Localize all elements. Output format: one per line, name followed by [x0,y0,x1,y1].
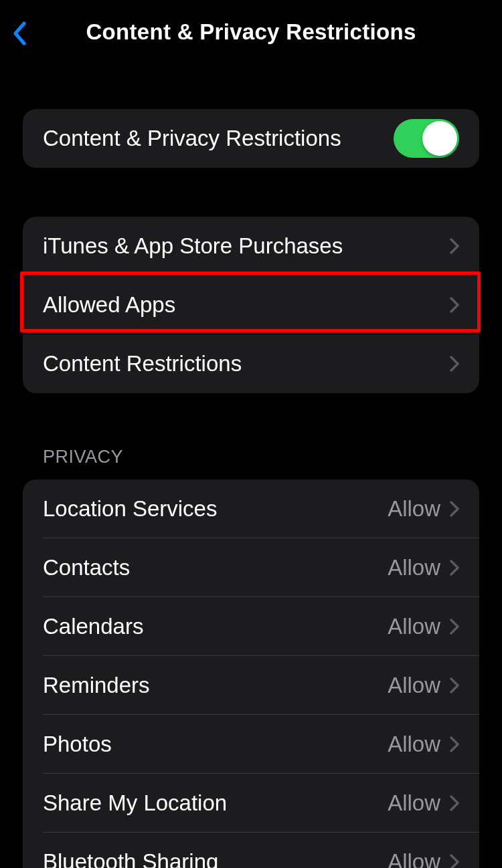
privacy-item-bluetooth-sharing[interactable]: Bluetooth Sharing Allow [23,833,479,868]
content-area: Content & Privacy Restrictions iTunes & … [0,109,502,868]
chevron-right-icon [450,795,459,811]
privacy-item-value: Allow [388,614,440,639]
privacy-item-label: Share My Location [43,790,388,816]
content-privacy-toggle[interactable] [394,119,459,158]
page-title: Content & Privacy Restrictions [0,19,502,45]
privacy-section: Location Services Allow Contacts Allow C… [23,479,479,868]
chevron-right-icon [450,854,459,868]
privacy-item-value: Allow [388,849,440,868]
privacy-item-value: Allow [388,555,440,580]
nav-item-content-restrictions[interactable]: Content Restrictions [23,334,479,393]
nav-item-label: Content Restrictions [43,351,450,376]
nav-item-label: iTunes & App Store Purchases [43,233,450,259]
nav-header: Content & Privacy Restrictions [0,0,502,64]
toggle-knob [422,121,457,156]
privacy-item-value: Allow [388,496,440,522]
back-button[interactable] [9,20,29,47]
chevron-right-icon [450,297,459,313]
privacy-item-value: Allow [388,790,440,816]
privacy-item-reminders[interactable]: Reminders Allow [23,656,479,715]
privacy-item-share-my-location[interactable]: Share My Location Allow [23,774,479,833]
chevron-right-icon [450,238,459,254]
nav-item-label: Allowed Apps [43,292,450,318]
chevron-right-icon [450,619,459,635]
chevron-right-icon [450,736,459,752]
nav-item-allowed-apps[interactable]: Allowed Apps [23,276,479,334]
chevron-right-icon [450,677,459,693]
toggle-section: Content & Privacy Restrictions [23,109,479,168]
privacy-item-calendars[interactable]: Calendars Allow [23,597,479,656]
privacy-item-label: Calendars [43,614,388,639]
privacy-item-contacts[interactable]: Contacts Allow [23,538,479,597]
privacy-section-header: PRIVACY [23,447,479,467]
nav-section: iTunes & App Store Purchases Allowed App… [23,217,479,393]
privacy-item-label: Contacts [43,555,388,580]
privacy-item-label: Reminders [43,673,388,698]
chevron-right-icon [450,356,459,372]
toggle-label: Content & Privacy Restrictions [43,126,394,151]
privacy-item-label: Photos [43,732,388,757]
privacy-item-photos[interactable]: Photos Allow [23,715,479,774]
privacy-item-label: Bluetooth Sharing [43,849,388,868]
chevron-left-icon [12,21,27,45]
privacy-item-value: Allow [388,732,440,757]
chevron-right-icon [450,560,459,576]
nav-item-itunes-purchases[interactable]: iTunes & App Store Purchases [23,217,479,276]
privacy-item-label: Location Services [43,496,388,522]
content-privacy-toggle-row[interactable]: Content & Privacy Restrictions [23,109,479,168]
privacy-item-location-services[interactable]: Location Services Allow [23,479,479,538]
privacy-item-value: Allow [388,673,440,698]
chevron-right-icon [450,501,459,517]
